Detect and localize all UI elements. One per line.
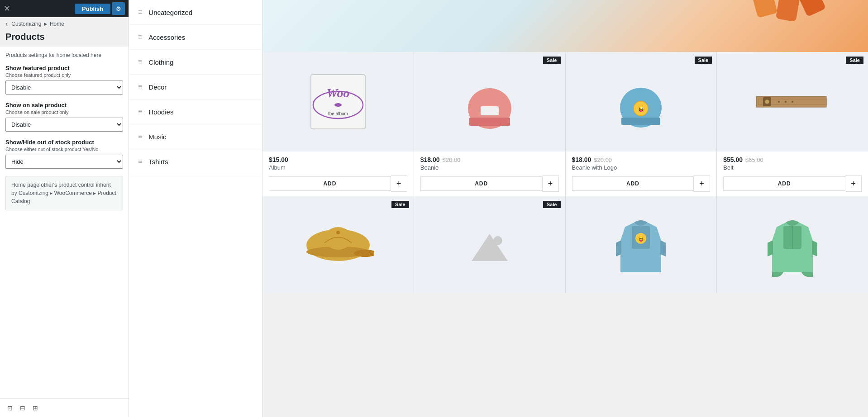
sale-badge-placeholder: Sale — [543, 201, 561, 208]
product-card-cap: Sale — [262, 196, 414, 294]
category-name-hoodies: Hoodies — [148, 108, 173, 116]
category-item-uncategorized[interactable]: ≡ Uncategorized — [129, 0, 262, 25]
category-item-accessories[interactable]: ≡ Accessories — [129, 25, 262, 50]
category-name-clothing: Clothing — [148, 58, 173, 66]
product-image-beanie — [414, 52, 565, 152]
placeholder-illustration — [472, 229, 508, 261]
price-row-belt: $55.00 $65.00 — [723, 156, 862, 163]
sale-product-group: Show on sale product Choose on sale prod… — [5, 102, 123, 132]
hoodie-green-illustration — [768, 213, 817, 277]
product-image-hoodie-blue: 😝 — [566, 196, 717, 294]
price-original-belt: $65.00 — [745, 156, 763, 163]
album-illustration: Woo the album — [309, 72, 367, 131]
svg-point-23 — [324, 227, 352, 250]
price-row-album: $15.00 — [269, 156, 407, 163]
category-item-music[interactable]: ≡ Music — [129, 124, 262, 149]
drag-handle-icon: ≡ — [138, 33, 142, 41]
category-list-panel: ≡ Uncategorized ≡ Accessories ≡ Clothing… — [129, 0, 262, 417]
add-btn-row-beanie: ADD + — [420, 175, 559, 192]
product-info-belt: $55.00 $65.00 Belt ADD + — [717, 152, 868, 196]
product-name-beanie-logo: Beanie with Logo — [572, 164, 711, 171]
hoodie-blue-illustration: 😝 — [616, 213, 666, 277]
add-to-cart-belt[interactable]: ADD — [723, 176, 845, 191]
beanie-logo-illustration: 😜 — [616, 72, 666, 131]
back-arrow-icon[interactable]: ‹ — [5, 20, 8, 28]
top-bar: ✕ Publish ⚙ — [0, 0, 129, 17]
category-name-decor: Decor — [148, 83, 167, 91]
breadcrumb-bar: ‹ Customizing ► Home — [0, 17, 129, 31]
product-image-belt — [717, 52, 868, 152]
publish-button[interactable]: Publish — [75, 4, 110, 14]
category-item-clothing[interactable]: ≡ Clothing — [129, 50, 262, 75]
settings-button[interactable]: ⚙ — [112, 2, 125, 15]
drag-handle-icon: ≡ — [138, 83, 142, 91]
product-image-beanie-logo: 😜 — [566, 52, 717, 152]
add-plus-beanie-logo[interactable]: + — [694, 175, 710, 192]
price-current-belt: $55.00 — [723, 156, 743, 163]
product-info-album: $15.00 Album ADD + — [262, 152, 414, 196]
svg-point-18 — [785, 101, 787, 103]
product-card-album: Woo the album $15.00 Album ADD + — [262, 52, 414, 196]
featured-product-select[interactable]: Disable Enable — [5, 81, 123, 95]
svg-point-24 — [336, 231, 340, 234]
svg-text:Woo: Woo — [326, 86, 349, 100]
svg-point-19 — [792, 101, 793, 103]
product-card-hoodie-green — [717, 196, 868, 294]
sale-badge-beanie: Sale — [543, 57, 561, 64]
svg-point-16 — [765, 100, 769, 104]
candy-shape-2 — [776, 0, 800, 22]
category-item-tshirts[interactable]: ≡ Tshirts — [129, 149, 262, 174]
drag-handle-icon: ≡ — [138, 8, 142, 16]
sale-badge-cap: Sale — [391, 201, 409, 208]
add-to-cart-beanie-logo[interactable]: ADD — [572, 176, 694, 191]
hero-banner — [262, 0, 868, 52]
product-image-cap — [262, 196, 414, 294]
stock-product-label: Show/Hide out of stock product — [5, 139, 123, 146]
add-to-cart-album[interactable]: ADD — [269, 176, 391, 191]
product-name-beanie: Beanie — [420, 164, 559, 171]
sale-badge-beanie-logo: Sale — [695, 57, 712, 64]
add-to-cart-beanie[interactable]: ADD — [420, 176, 543, 191]
add-plus-belt[interactable]: + — [845, 175, 862, 192]
panel-content: Products settings for home located here … — [0, 47, 129, 398]
category-item-decor[interactable]: ≡ Decor — [129, 75, 262, 100]
add-plus-beanie[interactable]: + — [543, 175, 559, 192]
preview-tablet-button[interactable]: ⊞ — [31, 403, 40, 413]
close-button[interactable]: ✕ — [4, 5, 10, 13]
svg-point-17 — [778, 101, 780, 103]
panel-title-bar: Products — [0, 31, 129, 47]
sale-product-sublabel: Choose on sale product only — [5, 109, 123, 115]
info-box: Home page other's product control inheri… — [5, 176, 123, 210]
product-card-beanie: Sale $18.00 $20.00 Beanie ADD + — [414, 52, 565, 196]
publish-area: Publish ⚙ — [75, 2, 125, 15]
featured-product-label: Show featured product — [5, 65, 123, 71]
sale-product-select[interactable]: Disable Enable — [5, 118, 123, 132]
category-item-hoodies[interactable]: ≡ Hoodies — [129, 100, 262, 124]
price-row-beanie: $18.00 $20.00 — [420, 156, 559, 163]
preview-mobile-button[interactable]: ⊟ — [18, 403, 27, 413]
price-row-beanie-logo: $18.00 $20.00 — [572, 156, 711, 163]
product-info-beanie-logo: $18.00 $20.00 Beanie with Logo ADD + — [566, 152, 717, 196]
svg-rect-9 — [621, 118, 660, 125]
product-card-placeholder: Sale — [414, 196, 565, 294]
add-plus-album[interactable]: + — [391, 175, 407, 192]
breadcrumb: Customizing ► Home — [11, 21, 64, 27]
category-name-accessories: Accessories — [148, 33, 185, 41]
hero-decoration — [754, 0, 823, 16]
featured-product-sublabel: Choose featured product only — [5, 72, 123, 78]
category-name-tshirts: Tshirts — [148, 158, 168, 166]
stock-product-select[interactable]: Hide Show — [5, 155, 123, 169]
products-grid: Woo the album $15.00 Album ADD + Sale — [262, 52, 868, 196]
left-panel: ✕ Publish ⚙ ‹ Customizing ► Home Product… — [0, 0, 129, 417]
add-btn-row-belt: ADD + — [723, 175, 862, 192]
hide-controls-button[interactable]: ⊡ — [5, 403, 14, 413]
product-image-placeholder — [414, 196, 565, 294]
preview-panel: Woo the album $15.00 Album ADD + Sale — [262, 0, 868, 417]
svg-rect-6 — [469, 118, 510, 126]
bottom-bar: ⊡ ⊟ ⊞ — [0, 398, 129, 417]
category-name-uncategorized: Uncategorized — [148, 9, 192, 16]
belt-illustration — [754, 84, 831, 120]
featured-product-group: Show featured product Choose featured pr… — [5, 65, 123, 95]
product-card-beanie-logo: Sale 😜 $18.00 $20.00 Beanie with Logo AD… — [566, 52, 717, 196]
svg-point-4 — [334, 103, 342, 107]
